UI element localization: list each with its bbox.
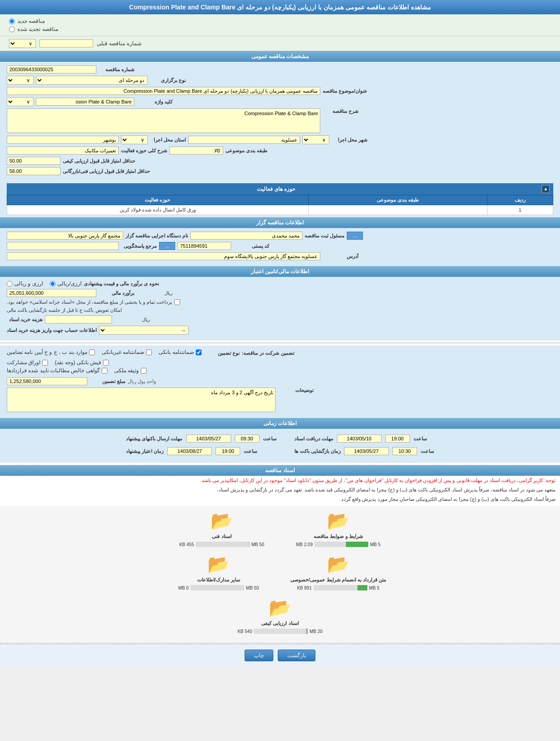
guarantee-type-label: نوع تضمین — [204, 350, 240, 356]
org-name-input[interactable] — [7, 232, 123, 240]
doc-deadline-time-label: ساعت — [414, 436, 427, 442]
file-bar-4 — [306, 629, 308, 634]
province-input[interactable] — [7, 136, 119, 144]
product-category-input[interactable] — [169, 146, 223, 155]
tender-number-label: شماره مناقصه — [99, 67, 134, 73]
address-input[interactable] — [7, 252, 320, 260]
tender-type-dropdown[interactable]: ∨ — [7, 76, 34, 85]
amount-currency: واحد پول ریال — [128, 379, 156, 384]
back-button[interactable]: بازگشت — [278, 650, 315, 661]
validity-time-input[interactable] — [215, 447, 240, 455]
postal-code-input[interactable] — [177, 242, 231, 250]
min-financial-score-input[interactable] — [7, 167, 60, 175]
validity-label: زمان اعتبار پیشنهاد — [126, 448, 164, 454]
prev-tender-select[interactable]: ∨ — [9, 39, 36, 48]
submit-deadline-label: مهلت ارسال باکنهای پیشنهاد — [126, 436, 182, 442]
amount-label: مبلغ تضمین — [90, 379, 125, 384]
doc-deadline-date-input[interactable] — [337, 435, 382, 443]
estimate-input[interactable] — [7, 289, 96, 297]
province-select[interactable]: ∨ — [121, 135, 148, 144]
option-rial-radio[interactable] — [50, 281, 56, 287]
file-icon-4: 📂 — [269, 597, 291, 618]
validity-date-input[interactable] — [167, 447, 212, 455]
file-max-0: 5 MB — [370, 542, 380, 547]
tender-title-input[interactable] — [7, 87, 320, 95]
activity-domain-label: شرح کلی حوزه فعالیت — [121, 148, 167, 154]
submit-deadline-time-input[interactable] — [235, 435, 259, 443]
amount-input[interactable] — [7, 377, 87, 385]
print-button[interactable]: چاپ — [245, 650, 273, 661]
city-input[interactable] — [188, 136, 300, 144]
estimate-type-label: نحوه ی برآورد مالی و قیمت پیشنهادی — [84, 281, 159, 287]
tender-title-label: عنوان/موضوع مناقصه — [323, 88, 367, 94]
file-max-4: 20 MB — [310, 629, 323, 634]
activity-title: حوزه های فعالیت — [10, 186, 542, 192]
guarantee-desc-textarea[interactable] — [7, 388, 276, 412]
file-title-0: شرایط و ضوابط مناقصه — [314, 534, 362, 539]
file-bar-1 — [249, 542, 250, 547]
guarantee-bonds-checkbox[interactable] — [42, 360, 48, 366]
reference-label: مرجع پاسخگویی — [121, 243, 157, 249]
file-bar-2 — [358, 585, 367, 590]
col-category: طبقه بندی موضوعی — [308, 195, 487, 205]
guarantee-claims-checkbox[interactable] — [102, 368, 108, 374]
tender-number-input[interactable] — [7, 65, 96, 73]
collapse-button[interactable]: ● — [542, 185, 550, 193]
opening-time-input[interactable] — [392, 447, 417, 455]
payment-note: پرداخت تمام و یا بخشی از مبلغ مناقصه، از… — [7, 299, 172, 305]
renewed-tender-label: مناقصه تجدید شده — [17, 26, 58, 32]
doc-deadline-time-input[interactable] — [385, 435, 410, 443]
payment-note2: امکان تعویض باکت ج تا قبل از جلسه بازگشا… — [7, 307, 122, 313]
opening-date-label: زمان بازگشایی باکت ها — [294, 448, 340, 454]
min-financial-score-label: حداقل امتیاز قابل قبول ارزیابی فنی/بازرگ… — [63, 168, 150, 174]
min-quality-score-label: حداقل امتیاز قابل قبول ارزیابی کیفی — [63, 158, 135, 164]
payment-checkbox[interactable] — [174, 299, 180, 305]
reference-dots-button[interactable]: ... — [159, 242, 175, 250]
org-dots-button[interactable]: ... — [347, 232, 363, 240]
activity-domain-input[interactable] — [7, 146, 119, 155]
keyword-select[interactable]: ∨ — [7, 97, 34, 106]
guarantee-nonbank-checkbox[interactable] — [146, 349, 152, 355]
opening-time-label2: ساعت — [421, 448, 434, 454]
keyword-input[interactable] — [36, 98, 134, 106]
submit-deadline-date-input[interactable] — [186, 435, 231, 443]
description-textarea[interactable] — [7, 108, 320, 133]
option-rial-rial-radio[interactable] — [7, 281, 13, 287]
expense-input[interactable] — [45, 315, 112, 323]
file-title-2: متن قرارداد به انضمام شرایط عمومی/خصوصی — [290, 577, 386, 583]
guarantee-cash-checkbox[interactable] — [103, 360, 109, 366]
guarantee-bank-checkbox[interactable] — [196, 349, 202, 355]
city-select[interactable]: ∨ — [302, 135, 329, 144]
renewed-tender-radio[interactable] — [9, 26, 15, 32]
opening-date-input[interactable] — [344, 447, 389, 455]
reference-input[interactable] — [7, 242, 119, 250]
account-info-select[interactable]: -- — [99, 326, 189, 335]
guarantee-rules-checkbox[interactable] — [89, 349, 95, 355]
doc-deadline-label: مهلت دریافت اسناد — [294, 436, 333, 442]
notice-black2: صرفاً اسناد الکترونیکی باکت های (ب) و (ج… — [0, 495, 560, 504]
guarantee-cash-label: فیش بانکی (وجه نقد) — [55, 359, 101, 366]
row-category — [308, 205, 487, 215]
organizer-section-header: اطلاعات مناقصه گزار — [0, 217, 560, 228]
file-item-3: 📂 سایر مدارک/اطلاعات 50 MB 0 MB — [174, 554, 263, 590]
guarantee-nonbank-label: ضمانتنامه غیربانکی — [102, 349, 144, 355]
new-tender-radio[interactable] — [9, 18, 15, 24]
financial-section-header: اطلاعات مالی/تامین اعتبار — [0, 266, 560, 277]
notice-black1: متعهد می شود در اسناد مناقصه، صرفاً پذیر… — [0, 485, 560, 495]
row-number: 1 — [487, 205, 553, 215]
col-row: ردیف — [487, 195, 553, 205]
file-used-2: 891 KB — [297, 586, 312, 590]
tender-type-label: نوع برگزاری — [150, 78, 186, 83]
city-label: شهر محل اجرا — [332, 137, 367, 143]
min-quality-score-input[interactable] — [7, 157, 60, 165]
prev-tender-input[interactable] — [39, 39, 93, 47]
option-rial-label: ارزی/ریالی — [57, 280, 82, 287]
file-icon-1: 📂 — [211, 510, 233, 531]
timing-section-header: اطلاعات زمانی — [0, 418, 560, 429]
file-max-1: 50 MB — [251, 542, 264, 547]
guarantee-property-checkbox[interactable] — [141, 368, 146, 374]
tender-type-select[interactable]: دو مرحله ای — [36, 76, 148, 85]
responsible-input[interactable] — [190, 232, 302, 240]
option-rial-rial-label: ارزی و ریالی — [14, 280, 43, 287]
guarantee-bonds-label: اوراق مشارکت — [7, 359, 40, 366]
